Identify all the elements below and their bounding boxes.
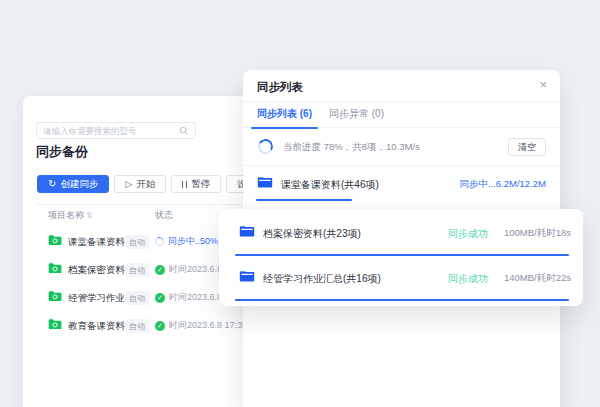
- clear-button[interactable]: 清空: [508, 138, 546, 156]
- completed-item-status: 同步成功: [448, 272, 488, 286]
- start-label: 开始: [136, 178, 155, 191]
- sort-icon[interactable]: ⇅: [86, 211, 93, 220]
- close-icon[interactable]: ×: [539, 77, 547, 93]
- project-name: 档案保密资料: [68, 264, 125, 277]
- completed-progress-bar: [235, 299, 569, 301]
- completed-item-name: 经管学习作业汇总(共16项): [263, 272, 381, 286]
- completed-item-row[interactable]: 档案保密资料(共23项) 同步成功 100MB/耗时18s: [219, 211, 583, 256]
- status-cell: ✓ 时间2023.6.8 17:35:0: [155, 319, 255, 332]
- check-icon: ✓: [155, 321, 165, 331]
- sync-item-row[interactable]: 课堂备课资料(共46项) 同步中...6.2M/12.2M: [243, 166, 560, 202]
- search-input[interactable]: [43, 126, 179, 136]
- tab-sync-errors[interactable]: 同步异常 (0): [329, 102, 384, 128]
- completed-item-row[interactable]: 经管学习作业汇总(共16项) 同步成功 140MB/耗时22s: [219, 256, 583, 301]
- status-text: 时间2023.6.8: [169, 263, 222, 276]
- start-button[interactable]: ▷ 开始: [114, 175, 166, 193]
- green-folder-icon: [48, 318, 62, 330]
- tab-bar: 同步列表 (6) 同步异常 (0): [243, 102, 560, 128]
- tab-sync-list[interactable]: 同步列表 (6): [257, 102, 312, 128]
- green-folder-icon: [48, 290, 62, 302]
- completed-item-detail: 100MB/耗时18s: [504, 227, 571, 240]
- progress-text: 当前进度 78%，共8项，10.3M/s: [283, 141, 420, 154]
- search-input-wrapper: [36, 122, 196, 139]
- panel-title: 同步列表: [257, 80, 303, 95]
- auto-badge: 自动: [125, 263, 149, 277]
- sync-item-status: 同步中...6.2M/12.2M: [459, 178, 546, 191]
- project-name: 课堂备课资料: [68, 236, 125, 249]
- auto-badge: 自动: [125, 235, 149, 249]
- project-name: 教育备课资料: [68, 320, 125, 333]
- page-title: 同步备份: [36, 143, 88, 161]
- create-sync-label: 创建同步: [60, 178, 98, 191]
- desktop-background: { "window": { "search": { "placeholder":…: [0, 0, 600, 407]
- green-folder-icon: [48, 234, 62, 246]
- status-text: 时间2023.6.8 17:35:0: [169, 319, 255, 332]
- blue-folder-icon: [239, 269, 255, 282]
- completed-item-name: 档案保密资料(共23项): [263, 227, 361, 241]
- green-folder-icon: [48, 262, 62, 274]
- play-icon: ▷: [125, 180, 132, 189]
- pause-button[interactable]: 暂停: [171, 175, 221, 193]
- column-header-status: 状态: [155, 209, 173, 222]
- status-cell: ✓ 时间2023.6.8: [155, 291, 222, 304]
- completed-item-detail: 140MB/耗时22s: [504, 272, 571, 285]
- blue-folder-icon: [257, 175, 273, 188]
- pause-label: 暂停: [191, 178, 210, 191]
- search-icon[interactable]: [179, 126, 189, 136]
- auto-badge: 自动: [125, 319, 149, 333]
- status-cell: 同步中..50%: [155, 235, 218, 248]
- sync-icon: ↻: [48, 179, 56, 189]
- status-cell: ✓ 时间2023.6.8: [155, 263, 222, 276]
- status-text: 时间2023.6.8: [169, 291, 222, 304]
- column-name-label: 项目名称: [48, 210, 84, 220]
- progress-spinner-icon: [256, 137, 274, 155]
- create-sync-button[interactable]: ↻ 创建同步: [37, 175, 109, 193]
- completed-item-status: 同步成功: [448, 227, 488, 241]
- blue-folder-icon: [239, 224, 255, 237]
- overall-progress-row: 当前进度 78%，共8项，10.3M/s 清空: [243, 128, 560, 166]
- completed-items-card: 档案保密资料(共23项) 同步成功 100MB/耗时18s 经管学习作业汇总(共…: [219, 209, 583, 306]
- column-header-name[interactable]: 项目名称⇅: [48, 209, 93, 222]
- sync-item-name: 课堂备课资料(共46项): [281, 178, 379, 192]
- auto-badge: 自动: [125, 291, 149, 305]
- project-name: 经管学习作业: [68, 292, 125, 305]
- check-icon: ✓: [155, 265, 165, 275]
- panel-header: 同步列表 ×: [243, 70, 560, 102]
- status-text: 同步中..50%: [168, 235, 218, 248]
- spinner-icon: [154, 236, 165, 247]
- check-icon: ✓: [155, 293, 165, 303]
- pause-icon: [182, 181, 187, 188]
- sync-progress-bar: [256, 199, 352, 201]
